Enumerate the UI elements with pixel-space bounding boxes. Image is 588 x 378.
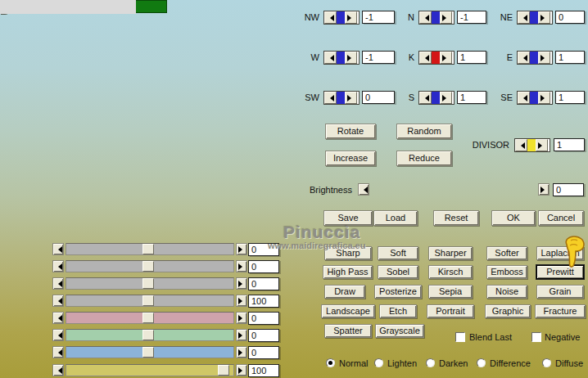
increase-button[interactable]: Increase bbox=[325, 151, 376, 166]
slider-right-arrow[interactable] bbox=[236, 364, 247, 376]
brightness-right-arrow[interactable] bbox=[538, 183, 550, 196]
slider-thumb[interactable] bbox=[142, 295, 154, 306]
spinner-left-arrow[interactable] bbox=[419, 52, 432, 64]
filter-emboss-button[interactable]: Emboss bbox=[486, 265, 527, 279]
slider-right-arrow[interactable] bbox=[236, 295, 247, 307]
divisor-value[interactable] bbox=[554, 138, 585, 151]
brightness-left-arrow[interactable] bbox=[358, 183, 369, 196]
kernel-spinner-ne[interactable] bbox=[517, 11, 553, 25]
spinner-thumb[interactable] bbox=[337, 52, 345, 64]
filter-sepia-button[interactable]: Sepia bbox=[428, 285, 473, 299]
kernel-value-e[interactable] bbox=[555, 51, 585, 64]
slider-right-arrow[interactable] bbox=[236, 260, 247, 272]
spinner-left-arrow[interactable] bbox=[419, 92, 432, 104]
kernel-value-k[interactable] bbox=[457, 51, 486, 64]
spinner-right-arrow[interactable] bbox=[440, 52, 452, 64]
spinner-left-arrow[interactable] bbox=[324, 92, 337, 104]
filter-high-pass-button[interactable]: High Pass bbox=[323, 265, 373, 279]
filter-spatter-button[interactable]: Spatter bbox=[324, 324, 372, 338]
opacity-value[interactable] bbox=[248, 364, 279, 377]
filter-softer-button[interactable]: Softer bbox=[486, 246, 527, 260]
slider-thumb[interactable] bbox=[142, 347, 154, 358]
filter-noise-button[interactable]: Noise bbox=[486, 285, 527, 299]
ok-button[interactable]: OK bbox=[491, 210, 536, 226]
spinner-right-arrow[interactable] bbox=[345, 11, 357, 24]
reset-button[interactable]: Reset bbox=[433, 210, 479, 226]
spinner-left-arrow[interactable] bbox=[518, 52, 530, 64]
spinner-thumb[interactable] bbox=[432, 11, 440, 24]
shadows-value[interactable] bbox=[248, 277, 279, 290]
slider-right-arrow[interactable] bbox=[236, 277, 247, 290]
slider-left-arrow[interactable] bbox=[52, 364, 64, 376]
slider-thumb[interactable] bbox=[142, 330, 154, 340]
filter-grayscale-button[interactable]: Grayscale bbox=[375, 324, 424, 338]
kernel-value-n[interactable] bbox=[457, 11, 486, 24]
filter-portrait-button[interactable]: Portrait bbox=[427, 304, 474, 318]
filter-fracture-button[interactable]: Fracture bbox=[535, 304, 586, 318]
slider-thumb[interactable] bbox=[142, 278, 154, 289]
filter-posterize-button[interactable]: Posterize bbox=[374, 285, 422, 299]
kernel-value-s[interactable] bbox=[457, 91, 486, 104]
kernel-value-ne[interactable] bbox=[555, 11, 585, 24]
spinner-thumb[interactable] bbox=[337, 11, 345, 24]
slider-left-arrow[interactable] bbox=[52, 243, 64, 255]
slider-right-arrow[interactable] bbox=[236, 312, 247, 324]
negative-checkbox[interactable] bbox=[531, 332, 541, 342]
spinner-right-arrow[interactable] bbox=[538, 52, 550, 64]
slider-left-arrow[interactable] bbox=[52, 329, 64, 341]
filter-sobel-button[interactable]: Sobel bbox=[378, 265, 418, 279]
red-value[interactable] bbox=[248, 312, 279, 325]
saturation-slider[interactable] bbox=[66, 295, 234, 307]
divisor-spinner[interactable] bbox=[514, 138, 550, 152]
red-slider[interactable] bbox=[66, 312, 234, 324]
spinner-left-arrow[interactable] bbox=[518, 92, 530, 104]
spinner-thumb[interactable] bbox=[432, 52, 440, 64]
slider-right-arrow[interactable] bbox=[236, 329, 247, 341]
slider-right-arrow[interactable] bbox=[236, 243, 247, 255]
slider-left-arrow[interactable] bbox=[52, 277, 64, 290]
opacity-slider[interactable] bbox=[66, 364, 234, 376]
spinner-right-arrow[interactable] bbox=[538, 92, 550, 104]
slider-left-arrow[interactable] bbox=[52, 312, 64, 324]
kernel-spinner-sw[interactable] bbox=[323, 91, 360, 105]
radio-lighten[interactable] bbox=[374, 358, 383, 367]
spinner-right-arrow[interactable] bbox=[345, 52, 357, 64]
slider-thumb[interactable] bbox=[142, 313, 154, 323]
filter-graphic-button[interactable]: Graphic bbox=[485, 304, 531, 318]
filter-etch-button[interactable]: Etch bbox=[379, 304, 417, 318]
spinner-left-arrow[interactable] bbox=[518, 11, 530, 24]
kernel-spinner-se[interactable] bbox=[517, 91, 553, 105]
reduce-button[interactable]: Reduce bbox=[396, 151, 452, 166]
random-button[interactable]: Random bbox=[396, 124, 452, 139]
spinner-right-arrow[interactable] bbox=[440, 11, 452, 24]
slider-thumb[interactable] bbox=[142, 244, 154, 254]
filter-landscape-button[interactable]: Landscape bbox=[321, 304, 375, 318]
slider-thumb[interactable] bbox=[218, 365, 229, 376]
kernel-spinner-s[interactable] bbox=[418, 91, 455, 105]
filter-grain-button[interactable]: Grain bbox=[536, 285, 584, 299]
kernel-spinner-nw[interactable] bbox=[323, 11, 360, 25]
radio-normal[interactable] bbox=[326, 358, 335, 367]
spinner-left-arrow[interactable] bbox=[324, 52, 337, 64]
shadows-slider[interactable] bbox=[66, 277, 234, 290]
cancel-button[interactable]: Cancel bbox=[538, 210, 584, 226]
slider-right-arrow[interactable] bbox=[236, 346, 247, 358]
spinner-left-arrow[interactable] bbox=[324, 11, 337, 24]
filter-kirsch-button[interactable]: Kirsch bbox=[428, 265, 473, 279]
midtones-value[interactable] bbox=[248, 260, 279, 273]
slider-left-arrow[interactable] bbox=[52, 295, 64, 307]
spinner-thumb[interactable] bbox=[530, 52, 538, 64]
spinner-thumb[interactable] bbox=[527, 139, 536, 151]
green-value[interactable] bbox=[248, 329, 279, 342]
spinner-thumb[interactable] bbox=[337, 92, 345, 104]
rotate-button[interactable]: Rotate bbox=[325, 124, 376, 139]
green-slider[interactable] bbox=[66, 329, 234, 341]
spinner-right-arrow[interactable] bbox=[440, 92, 452, 104]
spinner-thumb[interactable] bbox=[432, 92, 440, 104]
blend-last-checkbox[interactable] bbox=[455, 332, 465, 342]
filter-draw-button[interactable]: Draw bbox=[324, 285, 365, 299]
saturation-value[interactable] bbox=[248, 295, 279, 308]
slider-left-arrow[interactable] bbox=[52, 260, 64, 272]
slider-left-arrow[interactable] bbox=[52, 346, 64, 358]
kernel-spinner-e[interactable] bbox=[517, 51, 553, 65]
